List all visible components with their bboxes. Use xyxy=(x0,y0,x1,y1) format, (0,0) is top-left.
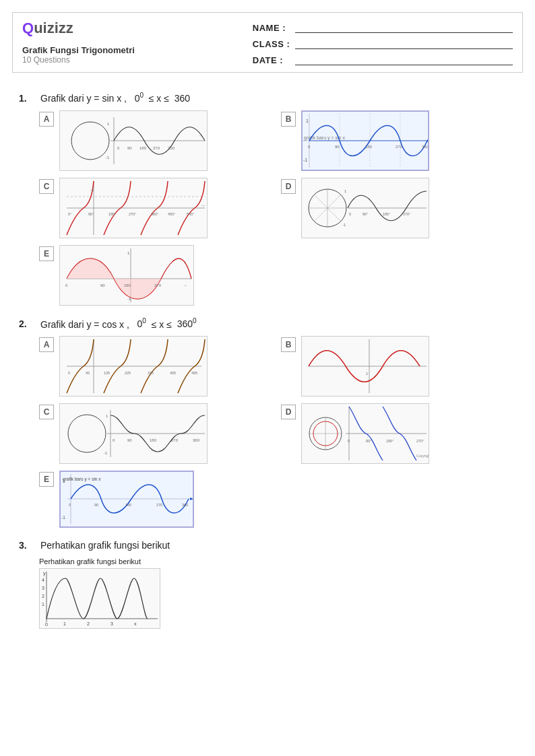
date-line xyxy=(295,55,513,65)
svg-text:180°: 180° xyxy=(108,212,116,216)
q3-text: Perhatikan grafik fungsi berikut xyxy=(40,540,170,551)
q1-text: Grafik dari y = sin x , 00 ≤ x ≤ 360 xyxy=(40,92,190,104)
svg-text:180: 180 xyxy=(139,146,147,150)
svg-text:270°: 270° xyxy=(403,212,410,216)
q2-math-360: 3600 xyxy=(177,318,197,329)
svg-text:90: 90 xyxy=(127,438,132,442)
header-left: Quizizz Grafik Fungsi Trigonometri 10 Qu… xyxy=(22,20,239,65)
svg-point-0 xyxy=(71,122,109,160)
q2-graph-d: 0 90° 180° 270° Copyright... xyxy=(301,403,429,464)
q2-text: Grafik dari y = cos x , 00 ≤ x ≤ 3600 xyxy=(40,318,197,330)
q1-math-360: 360 xyxy=(175,93,190,104)
svg-text:360: 360 xyxy=(422,145,428,149)
q2-label-c: C xyxy=(39,405,54,419)
q1-answer-a: A 0 90 180 270 3 xyxy=(39,110,274,171)
svg-text:-1: -1 xyxy=(90,188,94,192)
q1-graph-d: 0 90° 180° 270° 1 -1 xyxy=(301,178,429,238)
svg-text:0: 0 xyxy=(45,622,48,627)
svg-text:0: 0 xyxy=(117,146,120,150)
date-field-row: DATE : xyxy=(253,55,513,65)
q1-answer-b: B grafik baru y = sin x xyxy=(281,110,516,171)
svg-text:0: 0 xyxy=(113,438,115,442)
svg-text:540°: 540° xyxy=(187,212,194,216)
q2-svg-d: 0 90° 180° 270° Copyright... xyxy=(302,403,429,464)
svg-text:1: 1 xyxy=(344,189,347,193)
svg-text:→: → xyxy=(200,203,206,209)
q2-label-d: D xyxy=(281,405,296,419)
svg-text:-1: -1 xyxy=(342,223,346,227)
svg-text:90°: 90° xyxy=(88,212,94,216)
name-line xyxy=(295,22,513,33)
quiz-title: Grafik Fungsi Trigonometri xyxy=(22,45,239,55)
svg-text:180°: 180° xyxy=(386,439,394,443)
q1-answer-e: E 0 90 180 270 → xyxy=(39,245,516,306)
svg-text:450°: 450° xyxy=(168,212,175,216)
q1-graph-b: grafik baru y = sin x 0 90 180 270 360 1 xyxy=(301,110,429,171)
class-label: CLASS : xyxy=(253,39,290,49)
question-2: 2. Grafik dari y = cos x , 00 ≤ x ≤ 3600… xyxy=(19,318,516,528)
svg-text:0: 0 xyxy=(308,145,311,149)
q2-svg-e: grafik baru y = sin x 0 90 180 270 360 1… xyxy=(61,471,193,528)
q2-svg-c: 0 90 180 270 360 1 -1 xyxy=(60,403,207,464)
svg-text:135: 135 xyxy=(104,371,110,375)
svg-text:90: 90 xyxy=(100,283,105,287)
svg-text:0: 0 xyxy=(349,212,351,216)
svg-text:360: 360 xyxy=(182,503,188,507)
svg-text:180: 180 xyxy=(124,283,131,287)
q3-number: 3. xyxy=(19,540,34,551)
svg-text:180°: 180° xyxy=(383,212,390,216)
q1-label-d: D xyxy=(281,179,296,194)
q1-label-c: C xyxy=(39,179,54,194)
svg-text:→: → xyxy=(198,133,203,138)
class-line xyxy=(295,38,513,49)
svg-text:2: 2 xyxy=(42,594,44,598)
svg-text:270: 270 xyxy=(396,145,403,149)
svg-text:0: 0 xyxy=(69,503,71,507)
q2-svg-b: 1 xyxy=(302,336,429,397)
name-label: NAME : xyxy=(253,23,290,33)
q2-label-b: B xyxy=(281,337,296,352)
svg-text:0°: 0° xyxy=(68,212,71,216)
q1-math-0: 00 xyxy=(135,93,144,104)
svg-text:90°: 90° xyxy=(363,212,368,216)
svg-text:-1: -1 xyxy=(303,158,307,162)
svg-text:→: → xyxy=(183,283,187,287)
q2-answer-d: D 0 90° xyxy=(281,403,516,464)
svg-text:Copyright...: Copyright... xyxy=(416,454,429,458)
svg-text:0: 0 xyxy=(65,283,68,287)
logo-q: Q xyxy=(22,20,34,36)
svg-text:180: 180 xyxy=(150,438,157,442)
q1-svg-d: 0 90° 180° 270° 1 -1 xyxy=(302,178,429,238)
svg-text:90: 90 xyxy=(127,146,132,150)
q1-header: 1. Grafik dari y = sin x , 00 ≤ x ≤ 360 xyxy=(19,92,516,104)
svg-text:-1: -1 xyxy=(106,156,110,160)
q1-label-b: B xyxy=(281,112,296,127)
svg-text:0: 0 xyxy=(68,371,70,375)
q2-graph-e: grafik baru y = sin x 0 90 180 270 360 1… xyxy=(59,471,194,528)
q2-graph-c: 0 90 180 270 360 1 -1 xyxy=(59,403,208,464)
logo-rest: uizizz xyxy=(34,20,73,36)
q2-svg-a: 0 45 135 225 315 405 495 xyxy=(60,336,207,397)
quiz-subtitle: 10 Questions xyxy=(22,55,239,65)
header-right: NAME : CLASS : DATE : xyxy=(253,20,513,65)
svg-text:0: 0 xyxy=(348,439,350,443)
q2-answers-grid: A 0 45 135 225 315 405 xyxy=(39,336,516,464)
svg-text:2: 2 xyxy=(87,621,90,626)
svg-text:-1: -1 xyxy=(61,515,65,520)
svg-text:45: 45 xyxy=(86,371,90,375)
date-label: DATE : xyxy=(253,55,290,65)
svg-text:1: 1 xyxy=(127,251,130,255)
q2-answer-b: B 1 xyxy=(281,336,516,397)
q1-svg-e: 0 90 180 270 → 1 -1 xyxy=(60,245,193,306)
header: Quizizz Grafik Fungsi Trigonometri 10 Qu… xyxy=(12,12,523,73)
q2-number: 2. xyxy=(19,318,34,329)
svg-text:3: 3 xyxy=(111,621,113,626)
svg-text:90: 90 xyxy=(335,145,340,149)
q1-svg-b: grafik baru y = sin x 0 90 180 270 360 1 xyxy=(303,110,428,171)
svg-text:3: 3 xyxy=(42,586,44,590)
svg-text:315: 315 xyxy=(148,371,154,375)
svg-text:grafik baru y = sin x: grafik baru y = sin x xyxy=(63,477,101,482)
svg-marker-95 xyxy=(190,497,193,500)
svg-text:90°: 90° xyxy=(366,439,371,443)
q2-label-e: E xyxy=(39,472,54,487)
